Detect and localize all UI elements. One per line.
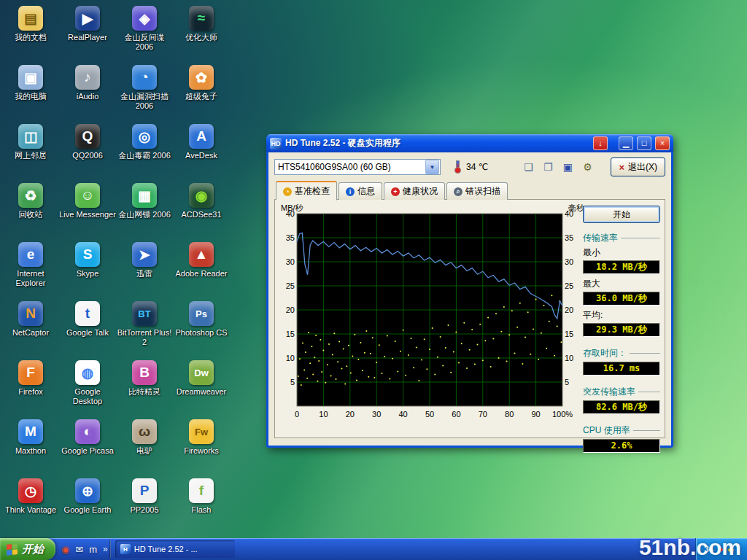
desktop-icon-image: ▣	[18, 65, 43, 90]
minimize-button[interactable]: ▁	[619, 136, 633, 150]
task-button-label: HD Tune 2.52 - ...	[134, 545, 198, 553]
desktop-icon-label: RealPlayer	[59, 33, 116, 42]
tray-icon-2[interactable]: ◆	[728, 545, 734, 554]
desktop-icon[interactable]: tGoogle Talk	[59, 301, 116, 338]
desktop-icon-label: NetCaptor	[2, 328, 59, 338]
desktop-icon[interactable]: ▦金山网镖 2006	[116, 183, 173, 219]
thermometer-icon	[454, 160, 460, 174]
desktop-icon[interactable]: ▣我的电脑	[2, 65, 59, 101]
desktop-icon-image: A	[189, 124, 214, 149]
desktop-icon[interactable]: B比特精灵	[116, 360, 173, 397]
desktop-icon[interactable]: ➤迅雷	[116, 242, 173, 279]
desktop-icon[interactable]: ☺Live Messenger	[59, 183, 116, 219]
tab-info[interactable]: i信息	[338, 182, 382, 200]
quick-launch-3-icon[interactable]: m	[89, 544, 97, 555]
quick-launch-2-icon[interactable]: ✉	[75, 544, 83, 555]
desktop-icon[interactable]: ◷Think Vantage	[2, 478, 59, 515]
desktop-icon[interactable]: ◔金山漏洞扫描 2006	[116, 65, 173, 111]
desktop-icon[interactable]: NNetCaptor	[2, 301, 59, 338]
start-button-label: 开始	[22, 542, 44, 556]
desktop-icon[interactable]: ◍Google Desktop	[59, 360, 116, 406]
svg-text:60: 60	[452, 410, 460, 419]
desktop-icon-label: 金山网镖 2006	[116, 210, 173, 219]
task-button-hdtune[interactable]: H HD Tune 2.52 - ...	[115, 540, 235, 558]
desktop-icon[interactable]: ◉ACDSee31	[173, 183, 230, 219]
desktop-icon[interactable]: ▲Adobe Reader	[173, 242, 230, 279]
svg-text:40: 40	[398, 410, 407, 419]
maximize-button[interactable]: □	[637, 136, 651, 150]
desktop-icon-image: ≈	[189, 6, 214, 31]
start-benchmark-button[interactable]: 开始	[583, 206, 660, 223]
quick-launch-overflow[interactable]: »	[103, 544, 108, 554]
update-download-button[interactable]: ↓	[593, 136, 608, 150]
options-icon[interactable]: ⚙	[580, 160, 595, 174]
desktop-icon-label: Google Talk	[59, 328, 116, 338]
desktop-icon[interactable]: ♻回收站	[2, 183, 59, 219]
desktop-icon[interactable]: ◎金山毒霸 2006	[116, 124, 173, 160]
desktop-icon-image: Fw	[189, 419, 214, 444]
tab-benchmark[interactable]: ◔基准检查	[276, 181, 337, 201]
desktop-icon[interactable]: ♪iAudio	[59, 65, 116, 101]
quick-launch-bar: ◉✉m	[55, 538, 103, 560]
desktop-icon[interactable]: ◐Google Picasa	[59, 419, 116, 456]
exit-button[interactable]: × 退出(X)	[611, 158, 665, 176]
desktop-icon[interactable]: FwFireworks	[173, 419, 230, 456]
desktop-icon-label: Skype	[59, 269, 116, 279]
desktop-icon-label: BitTorrent Plus! 2	[116, 328, 173, 347]
desktop-icon[interactable]: ▶RealPlayer	[59, 6, 116, 42]
tray-temperature: 34	[705, 545, 713, 553]
desktop-icon[interactable]: ✿超级兔子	[173, 65, 230, 101]
desktop-icon[interactable]: ◫网上邻居	[2, 124, 59, 160]
svg-text:10: 10	[319, 410, 328, 419]
drive-select[interactable]: HTS541060G9SA00 (60 GB) ▼	[274, 159, 441, 175]
desktop-icon-image: ▤	[18, 6, 43, 31]
windows-flag-icon	[7, 543, 18, 556]
save-screenshot-icon[interactable]: ▣	[560, 160, 575, 174]
svg-text:25: 25	[565, 281, 573, 290]
quick-launch-1-icon[interactable]: ◉	[61, 544, 69, 555]
desktop-icon[interactable]: FFirefox	[2, 360, 59, 397]
desktop-icon[interactable]: ◈金山反间谍 2006	[116, 6, 173, 52]
desktop-icon-image: ♻	[18, 183, 43, 208]
desktop-icon[interactable]: AAveDesk	[173, 124, 230, 160]
tab-health[interactable]: +健康状况	[384, 182, 445, 200]
desktop-icon-label: 我的电脑	[2, 92, 59, 101]
desktop-icon[interactable]: PsPhotoshop CS	[173, 301, 230, 338]
tab-error-scan[interactable]: ⌕错误扫描	[446, 182, 508, 200]
desktop-icon[interactable]: ω电驴	[116, 419, 173, 456]
desktop-icon[interactable]: BTBitTorrent Plus! 2	[116, 301, 173, 347]
drive-select-value: HTS541060G9SA00 (60 GB)	[275, 162, 425, 172]
tray-icon-1[interactable]: ●	[719, 545, 724, 553]
desktop-icon[interactable]: PPP2005	[116, 478, 173, 515]
burst-rate-header: 突发传输速率	[583, 386, 660, 398]
cpu-usage-value: 2.6%	[583, 439, 660, 453]
tab-label: 错误扫描	[465, 185, 500, 198]
start-menu-button[interactable]: 开始	[0, 538, 55, 560]
close-button[interactable]: ×	[655, 136, 670, 150]
svg-text:5: 5	[290, 378, 295, 386]
taskbar: 开始 ◉✉m » H HD Tune 2.52 - ... 34 ●◆	[0, 538, 747, 560]
desktop-icon[interactable]: DwDreamweaver	[173, 360, 230, 397]
desktop-icon[interactable]: ▤我的文档	[2, 6, 59, 42]
desktop-icon[interactable]: ≈优化大师	[173, 6, 230, 42]
desktop-icon-image: ➤	[132, 242, 157, 267]
min-value: 18.2 MB/秒	[583, 260, 660, 274]
max-value: 36.0 MB/秒	[583, 292, 660, 306]
desktop-icon[interactable]: MMaxthon	[2, 419, 59, 456]
desktop-icon[interactable]: SSkype	[59, 242, 116, 279]
desktop-icon-label: Internet Explorer	[2, 269, 59, 288]
chevron-down-icon[interactable]: ▼	[425, 160, 439, 174]
desktop-icon-image: ◉	[189, 183, 214, 208]
copy-screenshot-icon[interactable]: ❏	[521, 160, 535, 174]
desktop-icon[interactable]: eInternet Explorer	[2, 242, 59, 288]
desktop-icon[interactable]: fFlash	[173, 478, 230, 515]
desktop-icon-image: e	[18, 242, 43, 267]
desktop-icon[interactable]: QQQ2006	[59, 124, 116, 160]
desktop-icon-image: ⊕	[75, 478, 100, 503]
desktop-icon[interactable]: ⊕Google Earth	[59, 478, 116, 515]
window-titlebar[interactable]: HD HD Tune 2.52 - 硬盘实用程序 ↓ ▁ □ ×	[266, 134, 673, 152]
copy-text-icon[interactable]: ❐	[541, 160, 555, 174]
desktop-icon-image: ◈	[132, 6, 157, 31]
min-label: 最小	[583, 246, 660, 259]
desktop-icon-image: ω	[132, 419, 157, 444]
